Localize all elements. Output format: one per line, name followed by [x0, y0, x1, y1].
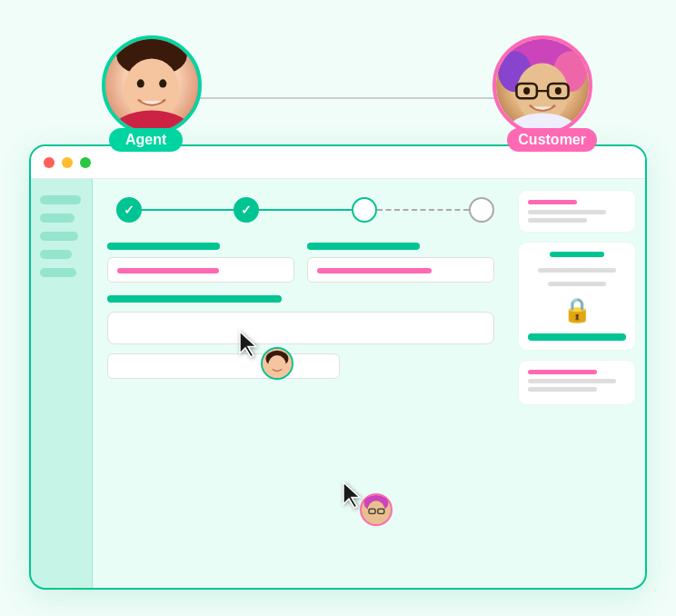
right-panel: 🔒 — [509, 179, 645, 588]
lock-card-label — [550, 252, 603, 257]
sidebar-item[interactable] — [40, 250, 72, 259]
field-label-1 — [107, 243, 220, 250]
customer-cursor — [340, 481, 365, 513]
step-1: ✓ — [116, 197, 142, 223]
field-label-3 — [107, 295, 282, 303]
progress-stepper: ✓ ✓ — [116, 197, 494, 223]
right-card-1 — [518, 190, 636, 233]
card1-line-2 — [528, 218, 587, 223]
step-line-2 — [259, 209, 351, 211]
field-input-1[interactable] — [107, 257, 294, 283]
step-line-1 — [142, 209, 234, 211]
form-column-1 — [107, 243, 294, 283]
lock-icon: 🔒 — [561, 292, 593, 328]
bottom-card-line-1 — [528, 379, 616, 383]
lock-card: 🔒 — [518, 242, 636, 351]
window-minimize-dot[interactable] — [62, 157, 73, 168]
main-content: ✓ ✓ — [93, 179, 509, 588]
card1-highlight — [528, 200, 577, 204]
large-input-1[interactable] — [107, 312, 494, 344]
agent-avatar — [102, 35, 202, 135]
svg-point-17 — [268, 355, 286, 374]
field-value-2 — [317, 268, 432, 273]
small-input-1[interactable] — [107, 353, 340, 379]
customer-avatar — [492, 35, 592, 135]
agent-cursor-icon — [236, 330, 262, 359]
customer-face — [496, 39, 589, 132]
lock-card-line-2 — [548, 282, 607, 286]
agent-face — [105, 39, 198, 132]
svg-point-12 — [523, 87, 530, 94]
bottom-card — [518, 360, 636, 405]
lock-card-line-1 — [538, 268, 616, 273]
sidebar-item[interactable] — [40, 214, 75, 223]
field-label-2 — [307, 243, 420, 250]
field-input-2[interactable] — [307, 257, 494, 283]
form-row-2 — [107, 295, 494, 303]
sidebar — [31, 179, 93, 588]
sidebar-item[interactable] — [40, 268, 76, 277]
bottom-card-line-2 — [528, 387, 597, 392]
sidebar-item[interactable] — [40, 195, 81, 204]
connection-line — [164, 97, 500, 99]
window-close-dot[interactable] — [44, 157, 55, 168]
svg-point-20 — [367, 501, 385, 522]
bottom-card-highlight — [528, 370, 597, 374]
card1-line-1 — [528, 210, 606, 214]
step-3 — [352, 197, 377, 223]
browser-content: ✓ ✓ — [31, 179, 645, 588]
svg-point-2 — [137, 79, 144, 87]
agent-label: Agent — [109, 128, 183, 152]
agent-cursor — [236, 330, 262, 363]
step-line-3 — [377, 209, 469, 211]
form-row-1 — [107, 243, 494, 283]
step-2-check: ✓ — [241, 203, 252, 217]
customer-cursor-icon — [340, 481, 365, 510]
step-2: ✓ — [234, 197, 259, 223]
step-1-check: ✓ — [124, 203, 134, 217]
step-4 — [469, 197, 494, 223]
customer-label: Customer — [507, 128, 597, 152]
main-scene: Agent — [29, 26, 647, 590]
sidebar-item[interactable] — [40, 232, 78, 241]
window-maximize-dot[interactable] — [80, 157, 91, 168]
field-value-1 — [117, 268, 219, 273]
svg-point-3 — [159, 79, 166, 87]
browser-window: ✓ ✓ — [29, 144, 647, 590]
form-column-2 — [307, 243, 494, 283]
agent-mini-avatar — [261, 347, 293, 380]
lock-button[interactable] — [528, 333, 626, 341]
svg-point-13 — [555, 87, 562, 94]
